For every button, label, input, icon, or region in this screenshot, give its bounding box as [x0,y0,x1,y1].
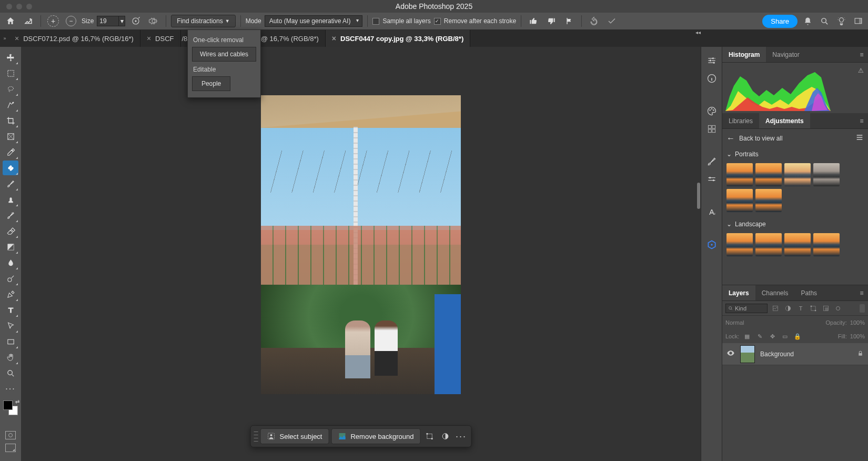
panel-menu-icon[interactable]: ≡ [855,285,868,300]
flag-icon[interactable] [562,14,577,28]
preset-thumb[interactable] [755,163,782,186]
filter-toggle[interactable] [860,304,865,313]
mode-select[interactable]: Auto (May use generative AI) [265,15,363,27]
remove-after-stroke-checkbox[interactable] [434,18,441,25]
histogram-warning-icon[interactable]: ⚠ [858,67,864,74]
marquee-tool[interactable] [3,66,18,81]
dodge-tool[interactable] [3,271,18,286]
preset-thumb[interactable] [813,163,840,186]
blend-mode-select[interactable]: Normal [725,319,823,326]
eraser-tool[interactable] [3,224,18,238]
search-icon[interactable] [817,14,831,28]
subtract-from-selection-button[interactable]: − [64,14,78,28]
color-swatches[interactable]: ⇄ [3,400,18,415]
info-icon[interactable] [705,72,718,85]
reset-icon[interactable] [587,14,601,28]
clone-stamp-tool[interactable] [3,192,18,207]
plugin-icon[interactable] [705,238,718,251]
lock-position-icon[interactable]: ✥ [768,332,777,341]
vertical-scrollbar[interactable] [697,183,700,209]
notifications-bell-icon[interactable] [801,14,814,28]
workspace-icon[interactable] [851,14,865,28]
thumbs-up-icon[interactable] [526,14,541,28]
panel-menu-icon[interactable]: ≡ [855,47,868,62]
minimize-window[interactable] [16,4,22,9]
tab-histogram[interactable]: Histogram [722,47,766,62]
tab-paths[interactable]: Paths [794,285,823,300]
panel-menu-icon[interactable]: ≡ [855,113,868,128]
frame-tool[interactable] [3,129,18,144]
pen-tool[interactable] [3,287,18,302]
drag-handle[interactable] [254,430,258,443]
preset-thumb[interactable] [726,233,753,256]
canvas[interactable]: Select subject Remove background ··· [21,47,701,461]
layer-kind-filter[interactable]: Kind [725,304,768,313]
visibility-eye-icon[interactable] [726,349,735,359]
zoom-tool[interactable] [3,366,18,380]
find-distractions-button[interactable]: Find distractions ▼ [171,15,235,27]
path-selection-tool[interactable] [3,318,18,333]
adjustment-circle-icon[interactable] [438,429,452,443]
preset-thumb[interactable] [726,163,753,186]
transform-icon[interactable] [422,429,436,443]
move-tool[interactable] [3,50,18,65]
character-panel-icon[interactable] [705,206,718,218]
lock-all-icon[interactable]: 🔒 [793,332,802,341]
commit-check-icon[interactable] [604,14,619,28]
brush-settings-target-icon[interactable] [128,14,143,28]
swatches-palette-icon[interactable] [705,105,718,117]
quick-mask-toggle[interactable] [5,431,16,439]
tab-navigator[interactable]: Navigator [766,47,805,62]
lock-pixels-icon[interactable]: ✎ [755,332,764,341]
history-brush-tool[interactable] [3,208,18,223]
lock-artboard-icon[interactable]: ▭ [780,332,790,341]
sample-all-layers-checkbox[interactable] [372,18,379,25]
type-tool[interactable] [3,303,18,317]
preset-thumb[interactable] [726,189,753,212]
gradient-tool[interactable] [3,239,18,254]
filter-type-icon[interactable]: T [796,304,805,313]
remove-background-button[interactable]: Remove background [331,428,420,444]
more-options-icon[interactable]: ··· [454,429,468,443]
close-tab-icon[interactable]: × [332,34,336,43]
spot-healing-tool[interactable] [3,161,18,175]
lock-icon[interactable] [857,350,864,358]
close-tab-icon[interactable]: × [15,34,19,43]
brushes-icon[interactable] [705,155,718,168]
fill-value[interactable]: 100% [850,333,865,339]
lock-transparency-icon[interactable]: ▦ [742,332,752,341]
thumbs-down-icon[interactable] [544,14,559,28]
back-arrow-icon[interactable]: ← [726,134,735,143]
tab-libraries[interactable]: Libraries [722,113,759,128]
remove-tool-icon[interactable] [21,14,36,28]
quick-selection-tool[interactable] [3,97,18,112]
people-button[interactable]: People [192,76,230,91]
tab-dscf0712[interactable]: × DSCF0712.psd @ 16,7% (RGB/16*) [8,30,140,47]
foreground-color[interactable] [3,400,13,410]
swap-colors-icon[interactable]: ⇄ [15,399,19,405]
brush-tool[interactable] [3,176,18,191]
patterns-grid-icon[interactable] [705,123,718,135]
filter-color-icon[interactable] [836,306,840,310]
landscape-section[interactable]: ⌄ Landscape [726,217,864,231]
lasso-tool[interactable] [3,82,18,96]
filter-smart-icon[interactable] [821,304,831,313]
preset-thumb[interactable] [784,163,811,186]
layer-background[interactable]: Background [722,343,868,365]
tab-dscf-partial[interactable]: × DSCF [140,30,181,47]
maximize-window[interactable] [26,4,32,9]
preset-thumb[interactable] [755,233,782,256]
hand-tool[interactable] [3,350,18,365]
close-tab-icon[interactable]: × [147,34,151,43]
eyedropper-tool[interactable] [3,145,18,159]
add-to-selection-button[interactable]: + [46,14,60,28]
share-button[interactable]: Share [762,15,798,28]
rectangle-tool[interactable] [3,334,18,349]
preset-thumb[interactable] [755,189,782,212]
crop-tool[interactable] [3,113,18,128]
screen-mode-toggle[interactable] [5,444,16,452]
filter-pixel-icon[interactable] [771,304,780,313]
tab-adjustments[interactable]: Adjustments [759,113,810,128]
select-subject-button[interactable]: Select subject [260,428,329,444]
panel-collapse-arrows[interactable]: ◂◂ [695,29,701,35]
